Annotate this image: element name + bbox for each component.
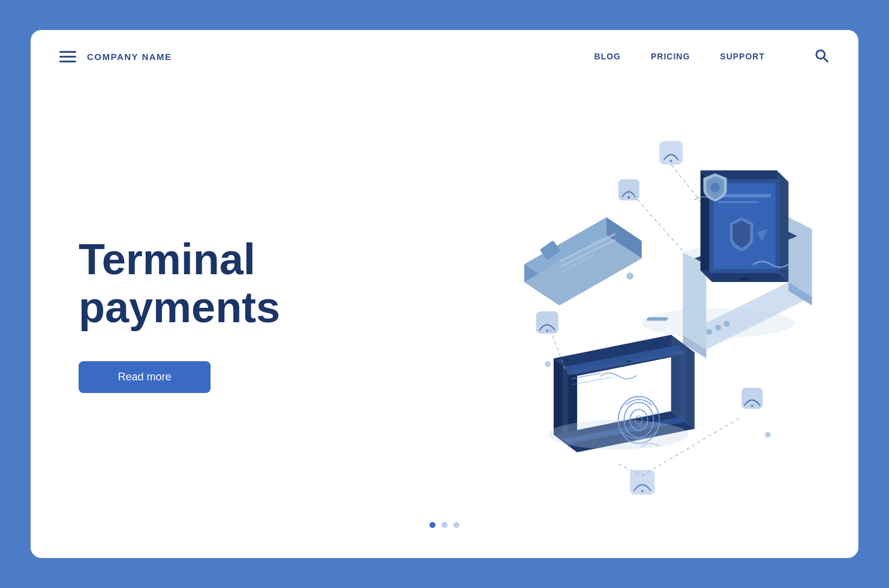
nav-item-blog[interactable]: BLOG bbox=[594, 52, 621, 61]
svg-point-68 bbox=[548, 420, 689, 449]
svg-point-66 bbox=[545, 361, 551, 367]
terminal-payments-illustration bbox=[331, 83, 830, 534]
svg-point-39 bbox=[710, 183, 720, 193]
svg-point-38 bbox=[740, 277, 749, 281]
pagination-dot-3[interactable] bbox=[453, 522, 459, 528]
pagination-dot-2[interactable] bbox=[442, 522, 447, 528]
nav-item-support[interactable]: SUPPORT bbox=[720, 52, 765, 61]
svg-marker-46 bbox=[680, 345, 686, 422]
svg-point-67 bbox=[765, 432, 771, 438]
search-icon[interactable] bbox=[813, 47, 830, 66]
svg-point-59 bbox=[641, 490, 644, 492]
pagination-dot-1[interactable] bbox=[430, 522, 436, 528]
svg-line-50 bbox=[571, 377, 612, 385]
pagination-dots bbox=[430, 522, 459, 540]
read-more-button[interactable]: Read more bbox=[79, 361, 211, 393]
nav: BLOG PRICING SUPPORT bbox=[594, 47, 830, 66]
page-container: COMPANY NAME BLOG PRICING SUPPORT Termin… bbox=[31, 30, 858, 558]
header: COMPANY NAME BLOG PRICING SUPPORT bbox=[31, 30, 858, 83]
illustration-section bbox=[331, 83, 830, 534]
hamburger-menu-icon[interactable] bbox=[59, 51, 76, 62]
main-content: Terminal payments Read more bbox=[31, 83, 858, 558]
svg-point-1 bbox=[670, 160, 672, 162]
svg-rect-36 bbox=[718, 201, 759, 203]
svg-rect-35 bbox=[718, 194, 771, 197]
svg-point-65 bbox=[626, 272, 633, 280]
company-name: COMPANY NAME bbox=[87, 52, 172, 62]
nav-item-pricing[interactable]: PRICING bbox=[651, 52, 690, 61]
svg-point-57 bbox=[546, 329, 548, 332]
svg-point-55 bbox=[626, 360, 632, 362]
svg-point-61 bbox=[751, 405, 753, 407]
left-section: Terminal payments Read more bbox=[79, 83, 331, 534]
svg-point-3 bbox=[627, 196, 630, 199]
hero-title: Terminal payments bbox=[79, 236, 331, 331]
svg-point-69 bbox=[642, 308, 794, 338]
